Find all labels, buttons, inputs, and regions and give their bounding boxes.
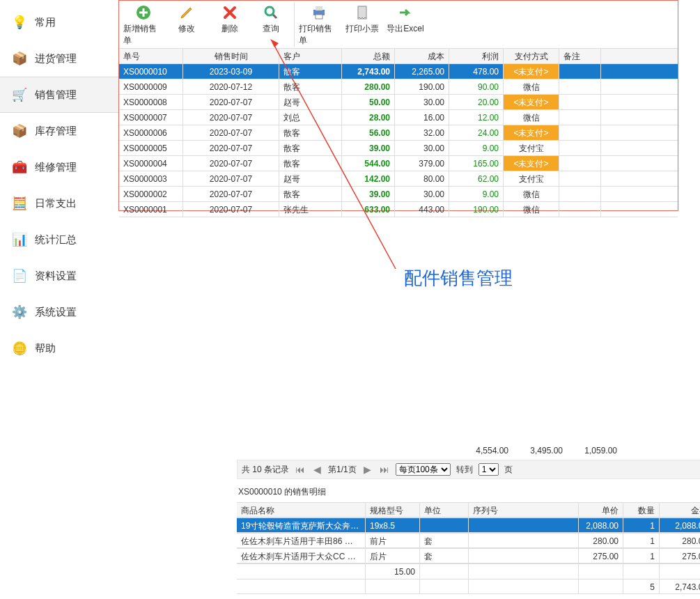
table-row[interactable]: XS00000012020-07-07张先生633.00443.00190.00… xyxy=(119,202,678,217)
svg-rect-4 xyxy=(316,15,322,19)
tool-add[interactable]: 新增销售单 xyxy=(122,2,165,47)
detail-panel: XS0000010 的销售明细 商品名称 规格型号 单位 序列号 单价 数量 金… xyxy=(237,485,700,599)
sidebar-label: 进货管理 xyxy=(35,52,77,65)
sidebar-icon: ⚙️ xyxy=(11,304,28,320)
sidebar: 💡常用📦进货管理🛒销售管理📦库存管理🧰维修管理🧮日常支出📊统计汇总📄资料设置⚙️… xyxy=(0,0,118,599)
detail-header-row: 商品名称 规格型号 单位 序列号 单价 数量 金额 成本 备注 xyxy=(237,502,700,518)
sidebar-icon: 📦 xyxy=(11,50,28,67)
tool-search[interactable]: 查询 xyxy=(251,2,295,47)
sidebar-label: 日常支出 xyxy=(35,197,77,210)
goto-suffix: 页 xyxy=(504,464,513,476)
edit-icon xyxy=(178,3,196,22)
sales-panel: 新增销售单修改删除查询打印销售单打印小票导出Excel 单号 销售时间 客户 总… xyxy=(118,0,678,211)
goto-page-select[interactable]: 1 xyxy=(479,463,499,476)
detail-title: XS0000010 的销售明细 xyxy=(237,485,700,502)
sidebar-label: 销售管理 xyxy=(35,88,77,102)
sidebar-icon: 📊 xyxy=(11,231,28,248)
tool-label: 查询 xyxy=(263,23,279,35)
page-size-select[interactable]: 每页100条 xyxy=(396,463,451,476)
sum-total: 4,554.00 xyxy=(460,446,513,456)
table-row[interactable]: XS00000072020-07-07刘总28.0016.0012.00微信 xyxy=(119,110,678,125)
detail-row[interactable]: 佐佐木刹车片适用于大众CC 后片后片套275.001275.00210.00 xyxy=(237,548,700,563)
col-remark[interactable]: 备注 xyxy=(559,49,601,63)
record-count: 共 10 条记录 xyxy=(242,464,289,476)
detail-row-partial[interactable]: 15.00 xyxy=(237,563,700,579)
sidebar-item-8[interactable]: ⚙️系统设置 xyxy=(0,294,118,330)
table-header-row: 单号 销售时间 客户 总额 成本 利润 支付方式 备注 xyxy=(119,49,678,64)
table-row[interactable]: XS00000042020-07-07散客544.00379.00165.00<… xyxy=(119,156,678,171)
totals-row: 4,554.00 3,495.00 1,059.00 xyxy=(237,446,700,456)
sidebar-item-9[interactable]: 🪙帮助 xyxy=(0,330,118,366)
sidebar-label: 维修管理 xyxy=(35,161,77,174)
dcol-amount[interactable]: 金额 xyxy=(660,503,700,517)
sum-profit: 1,059.00 xyxy=(567,446,621,456)
dcol-unit[interactable]: 单位 xyxy=(420,503,469,517)
annotation-title: 配件销售管理 xyxy=(404,266,513,290)
add-icon xyxy=(134,3,153,22)
table-row[interactable]: XS00000082020-07-07赵哥50.0030.0020.00<未支付… xyxy=(119,95,678,110)
sidebar-item-5[interactable]: 🧮日常支出 xyxy=(0,185,118,221)
goto-label: 转到 xyxy=(456,464,473,476)
pager-next[interactable]: ▶ xyxy=(362,464,373,475)
tool-label: 删除 xyxy=(221,23,238,35)
dcol-spec[interactable]: 规格型号 xyxy=(366,503,420,517)
col-payment[interactable]: 支付方式 xyxy=(504,49,559,63)
sidebar-item-0[interactable]: 💡常用 xyxy=(0,4,118,40)
page-indicator: 第1/1页 xyxy=(328,464,357,476)
sidebar-item-7[interactable]: 📄资料设置 xyxy=(0,258,118,294)
pager-first[interactable]: ⏮ xyxy=(295,464,306,475)
sidebar-label: 常用 xyxy=(35,16,56,29)
sum-cost: 3,495.00 xyxy=(513,446,567,456)
sidebar-icon: 🧰 xyxy=(11,159,28,176)
table-row[interactable]: XS00000052020-07-07散客39.0030.009.00支付宝 xyxy=(119,141,678,156)
printer-icon xyxy=(310,3,328,22)
dcol-qty[interactable]: 数量 xyxy=(623,503,660,517)
tool-printer[interactable]: 打印销售单 xyxy=(297,2,341,47)
tool-label: 修改 xyxy=(178,23,195,35)
col-number[interactable]: 单号 xyxy=(119,49,183,63)
dcol-serial[interactable]: 序列号 xyxy=(469,503,579,517)
main-area: 新增销售单修改删除查询打印销售单打印小票导出Excel 单号 销售时间 客户 总… xyxy=(118,0,700,599)
sidebar-item-2[interactable]: 🛒销售管理 xyxy=(0,77,118,113)
sidebar-label: 帮助 xyxy=(35,342,56,355)
tool-delete[interactable]: 删除 xyxy=(208,2,251,47)
sidebar-icon: 🧮 xyxy=(11,195,28,212)
table-row[interactable]: XS00000032020-07-07赵哥142.0080.0062.00支付宝 xyxy=(119,171,678,187)
dcol-price[interactable]: 单价 xyxy=(579,503,623,517)
sidebar-label: 系统设置 xyxy=(35,306,77,319)
svg-point-1 xyxy=(265,7,274,15)
sidebar-icon: 📄 xyxy=(11,267,28,284)
table-row[interactable]: XS00000102023-03-09散客2,743.002,265.00478… xyxy=(119,64,678,79)
pager-prev[interactable]: ◀ xyxy=(311,464,322,475)
tool-label: 打印小票 xyxy=(345,23,379,35)
col-total[interactable]: 总额 xyxy=(342,49,395,63)
tool-export[interactable]: 导出Excel xyxy=(384,2,427,47)
tool-receipt[interactable]: 打印小票 xyxy=(341,2,384,47)
tool-edit[interactable]: 修改 xyxy=(165,2,208,47)
sidebar-item-4[interactable]: 🧰维修管理 xyxy=(0,149,118,185)
dcol-name[interactable]: 商品名称 xyxy=(237,503,366,517)
col-customer[interactable]: 客户 xyxy=(279,49,342,63)
table-row[interactable]: XS00000062020-07-07散客56.0032.0024.00<未支付… xyxy=(119,125,678,141)
col-cost[interactable]: 成本 xyxy=(395,49,449,63)
tool-label: 新增销售单 xyxy=(123,23,164,47)
table-row[interactable]: XS00000092020-07-12散客280.00190.0090.00微信 xyxy=(119,79,678,95)
sidebar-item-6[interactable]: 📊统计汇总 xyxy=(0,221,118,258)
tool-label: 打印销售单 xyxy=(299,23,339,47)
sidebar-label: 统计汇总 xyxy=(35,233,77,247)
detail-row[interactable]: 佐佐木刹车片适用于丰田86 前片前片套280.001280.00190.00 xyxy=(237,533,700,548)
tool-label: 导出Excel xyxy=(387,23,423,35)
detail-sum-row: 5 2,743.00 2,265.00 xyxy=(237,579,700,594)
receipt-icon xyxy=(353,3,371,22)
pager-last[interactable]: ⏭ xyxy=(379,464,390,475)
delete-icon xyxy=(221,3,239,22)
sidebar-label: 库存管理 xyxy=(35,125,77,138)
col-profit[interactable]: 利润 xyxy=(449,49,504,63)
detail-row[interactable]: 19寸轮毂铸造雷克萨斯大众奔驰奥...19x8.52,088.0012,088.… xyxy=(237,518,700,533)
col-time[interactable]: 销售时间 xyxy=(183,49,279,63)
sidebar-item-3[interactable]: 📦库存管理 xyxy=(0,113,118,149)
table-row[interactable]: XS00000022020-07-07散客39.0030.009.00微信 xyxy=(119,187,678,202)
sidebar-item-1[interactable]: 📦进货管理 xyxy=(0,40,118,77)
sidebar-icon: 💡 xyxy=(11,14,28,31)
sidebar-label: 资料设置 xyxy=(35,270,77,283)
